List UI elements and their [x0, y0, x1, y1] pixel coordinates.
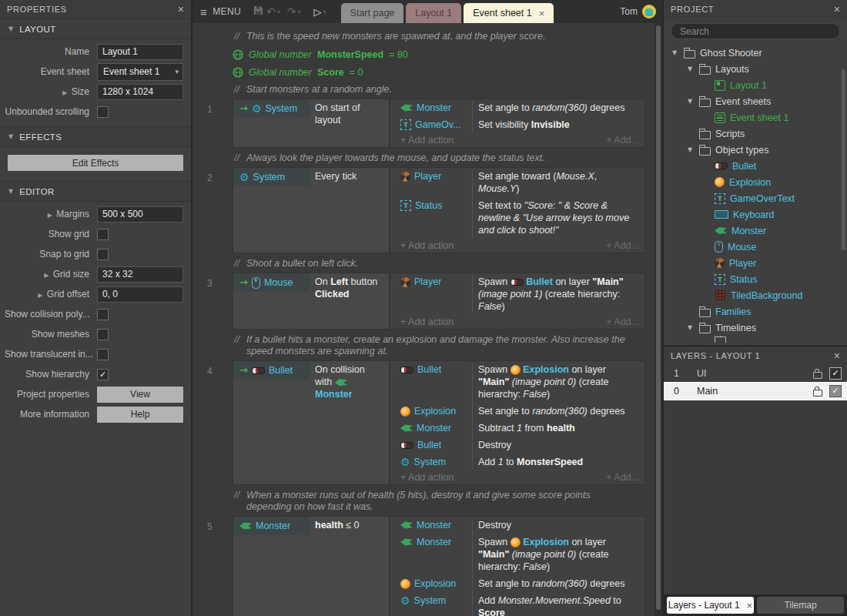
close-icon[interactable]: ×	[747, 600, 753, 611]
layer-row-main[interactable]: 0Main✓	[664, 383, 847, 400]
section-layout[interactable]: ▼LAYOUT	[0, 18, 191, 39]
global-variable-score[interactable]: Global numberScore= 0	[233, 63, 645, 81]
action-row[interactable]: BulletSpawn Explosion on layer "Main" (i…	[390, 361, 644, 403]
action-row[interactable]: ExplosionSet angle to random(360) degree…	[390, 575, 644, 592]
lock-icon[interactable]	[813, 372, 822, 379]
prop-checkbox-unbounded-scrolling[interactable]	[97, 106, 109, 118]
tree-item-explosion[interactable]: Explosion	[664, 174, 847, 190]
action-row[interactable]: PlayerSpawn Bullet on layer "Main" (imag…	[390, 273, 644, 315]
condition-block[interactable]: →⚙SystemOn start of layout	[233, 99, 390, 147]
expander-icon[interactable]: ▶	[48, 212, 52, 219]
prop-checkbox-show-grid[interactable]	[97, 229, 109, 240]
action-row[interactable]: ExplosionSet angle to random(360) degree…	[390, 403, 644, 420]
comment[interactable]: //Always look the player towards the mou…	[234, 152, 644, 164]
view-button[interactable]: View	[97, 387, 183, 403]
expander-icon[interactable]: ▶	[38, 292, 42, 299]
prop-select-event-sheet[interactable]: Event sheet 1▾	[97, 63, 183, 81]
tree-item-ghost-shooter[interactable]: ▼Ghost Shooter	[664, 45, 847, 61]
tree-item-event-sheet-1[interactable]: Event sheet 1	[664, 109, 847, 126]
comment[interactable]: //When a monster runs out of health (5 h…	[234, 490, 644, 513]
add-more-link[interactable]: + Add...	[606, 471, 639, 484]
action-row[interactable]: ⚙SystemAdd 1 to MonsterSpeed	[390, 454, 644, 470]
add-action-link[interactable]: + Add action	[400, 134, 454, 146]
search-input[interactable]	[671, 23, 840, 39]
section-editor[interactable]: ▼EDITOR	[0, 181, 191, 202]
action-row[interactable]: MonsterSubtract 1 from health	[390, 420, 644, 437]
scrollbar-thumb[interactable]	[656, 25, 661, 610]
condition-block[interactable]: →MouseOn Left button Clicked	[233, 273, 390, 329]
comment[interactable]: //Start monsters at a random angle.	[234, 84, 644, 95]
tree-item-status[interactable]: TStatus	[664, 271, 847, 287]
prop-input-name[interactable]	[97, 44, 183, 60]
play-dropdown-icon[interactable]: ▾	[323, 8, 326, 15]
tab-layers-layout-1[interactable]: Layers - Layout 1×	[667, 597, 754, 614]
tree-scrollbar[interactable]	[842, 69, 845, 250]
tree-item-monster[interactable]: Monster	[664, 223, 847, 239]
disclosure-icon[interactable]: ▼	[685, 65, 695, 72]
tab-start-page[interactable]: Start page	[341, 3, 404, 23]
tab-event-sheet-1[interactable]: Event sheet 1×	[464, 3, 554, 23]
add-more-link[interactable]: + Add...	[606, 316, 639, 328]
prop-checkbox-show-hierarchy[interactable]: ✓	[97, 369, 109, 380]
redo-dropdown-icon[interactable]: ▾	[298, 8, 301, 15]
condition-block[interactable]: →BulletOn collision with Monster	[233, 361, 390, 484]
disclosure-icon[interactable]: ▼	[685, 98, 695, 105]
add-action-link[interactable]: + Add action	[400, 471, 454, 484]
save-icon[interactable]	[253, 5, 263, 18]
prop-input-grid-size[interactable]	[97, 266, 183, 283]
tree-item-bullet[interactable]: Bullet	[664, 158, 847, 174]
action-row[interactable]: TGameOv...Set visibility Invisible	[390, 116, 644, 133]
layer-row-ui[interactable]: 1UI✓	[664, 365, 847, 382]
tree-item-keyboard[interactable]: Keyboard	[664, 206, 847, 223]
add-action-link[interactable]: + Add action	[400, 316, 454, 328]
close-icon[interactable]: ×	[178, 4, 184, 15]
prop-checkbox-show-collision-poly[interactable]	[97, 309, 109, 320]
tree-item-scripts[interactable]: Scripts	[664, 126, 847, 142]
tree-item-tiledbackground[interactable]: TiledBackground	[664, 287, 847, 303]
action-row[interactable]: MonsterSet angle to random(360) degrees	[390, 99, 644, 116]
comment[interactable]: //Shoot a bullet on left click.	[234, 258, 644, 270]
action-row[interactable]: MonsterDestroy	[390, 517, 644, 534]
visibility-checkbox[interactable]: ✓	[829, 385, 842, 397]
menu-button[interactable]: ≡MENU	[200, 5, 241, 18]
tree-item-event-sheets[interactable]: ▼Event sheets	[664, 93, 847, 109]
action-row[interactable]: TStatusSet text to "Score: " & Score & n…	[390, 197, 644, 239]
disclosure-icon[interactable]: ▼	[670, 49, 679, 56]
tree-item-families[interactable]: Families	[664, 303, 847, 320]
tree-item-partial[interactable]	[664, 336, 847, 343]
user-avatar[interactable]	[642, 5, 656, 18]
tree-item-layout-1[interactable]: Layout 1	[664, 77, 847, 93]
tree-item-gameovertext[interactable]: TGameOverText	[664, 190, 847, 206]
prop-input-size[interactable]	[97, 84, 183, 100]
redo-icon[interactable]: ↷	[287, 5, 296, 18]
tree-item-mouse[interactable]: Mouse	[664, 239, 847, 255]
close-icon[interactable]: ×	[834, 350, 840, 361]
add-more-link[interactable]: + Add...	[606, 239, 639, 252]
play-icon[interactable]: ▷	[314, 6, 322, 18]
close-icon[interactable]: ×	[834, 4, 840, 15]
disclosure-icon[interactable]: ▼	[685, 324, 695, 331]
condition-block[interactable]: Monsterhealth ≤ 0	[233, 517, 390, 616]
disclosure-icon[interactable]: ▼	[685, 146, 695, 153]
expander-icon[interactable]: ▶	[62, 89, 67, 96]
section-effects[interactable]: ▼EFFECTS	[0, 126, 191, 147]
tab-layout-1[interactable]: Layout 1	[406, 3, 461, 23]
visibility-checkbox[interactable]: ✓	[829, 367, 842, 380]
prop-checkbox-show-meshes[interactable]	[97, 329, 109, 340]
expander-icon[interactable]: ▶	[44, 272, 49, 279]
add-more-link[interactable]: + Add...	[606, 134, 639, 146]
action-row[interactable]: PlayerSet angle toward (Mouse.X, Mouse.Y…	[390, 168, 644, 197]
vertical-scrollbar[interactable]	[654, 23, 662, 616]
action-row[interactable]: ⚙SystemAdd Monster.Movement.Speed to Sco…	[390, 592, 644, 616]
action-row[interactable]: MonsterSpawn Explosion on layer "Main" (…	[390, 534, 644, 575]
tree-item-player[interactable]: Player	[664, 255, 847, 271]
tree-item-timelines[interactable]: ▼Timelines	[664, 320, 847, 336]
tree-item-layouts[interactable]: ▼Layouts	[664, 61, 847, 77]
prop-checkbox-snap-to-grid[interactable]	[97, 249, 109, 260]
comment[interactable]: //This is the speed new monsters are spa…	[234, 31, 644, 42]
prop-input-grid-offset[interactable]	[97, 286, 183, 303]
close-icon[interactable]: ×	[539, 8, 545, 19]
edit-effects-button[interactable]: Edit Effects	[8, 155, 183, 171]
add-action-link[interactable]: + Add action	[400, 239, 454, 252]
condition-block[interactable]: ⚙SystemEvery tick	[233, 168, 390, 253]
